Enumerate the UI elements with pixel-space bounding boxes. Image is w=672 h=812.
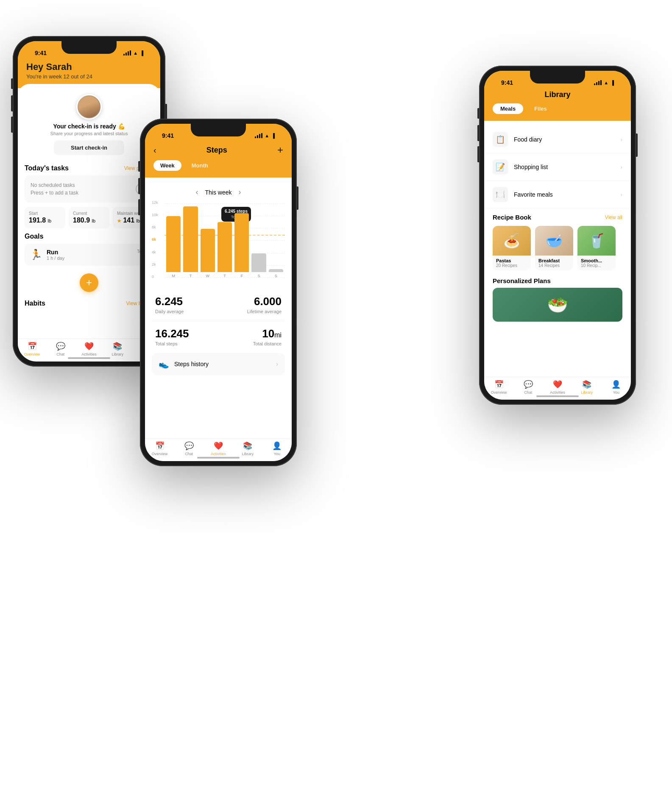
tasks-section-header: Today's tasks View planner bbox=[25, 164, 153, 172]
time: 9:41 bbox=[35, 50, 47, 56]
library-nav-library[interactable]: 📚 Library bbox=[572, 380, 602, 395]
smoothie-recipe-card[interactable]: 🥤 Smooth... 10 Recip... bbox=[577, 226, 616, 270]
lib-activities-icon: ❤️ bbox=[553, 380, 562, 389]
start-weight-value: 191.8 lb bbox=[29, 217, 61, 224]
home-indicator bbox=[68, 357, 110, 359]
volume-up-button[interactable] bbox=[11, 95, 13, 111]
checkin-title: Your check-in is ready 💪 bbox=[53, 123, 125, 130]
total-distance-stat: 10mi Total distance bbox=[253, 327, 282, 346]
status-icons: ▲ ▐ bbox=[123, 50, 143, 56]
lib-library-icon: 📚 bbox=[582, 380, 591, 389]
steps-nav-library[interactable]: 📚 Library bbox=[233, 441, 262, 456]
lib-silent-btn[interactable] bbox=[477, 108, 479, 119]
tasks-title: Today's tasks bbox=[25, 164, 69, 172]
nav-overview[interactable]: 📅 Overview bbox=[18, 342, 46, 356]
avatar bbox=[76, 94, 102, 120]
library-nav-chat[interactable]: 💬 Chat bbox=[513, 380, 543, 395]
week-tab[interactable]: Week bbox=[153, 160, 181, 171]
chat-nav-icon: 💬 bbox=[56, 342, 65, 351]
steps-nav-chat[interactable]: 💬 Chat bbox=[174, 441, 204, 456]
lib-chat-icon: 💬 bbox=[524, 380, 533, 389]
smoothie-recipe-image: 🥤 bbox=[577, 226, 616, 256]
steps-nav-overview[interactable]: 📅 Overview bbox=[145, 441, 174, 456]
food-diary-label: Food diary bbox=[514, 136, 614, 143]
month-tab[interactable]: Month bbox=[185, 160, 215, 171]
library-battery-icon: ▐ bbox=[611, 80, 614, 85]
breakfast-recipe-card[interactable]: 🥣 Breakfast 14 Recipes bbox=[535, 226, 573, 270]
habits-section: Habits View history bbox=[25, 300, 153, 307]
steps-time: 9:41 bbox=[162, 132, 174, 139]
steps-library-icon: 📚 bbox=[243, 441, 252, 450]
nav-chat[interactable]: 💬 Chat bbox=[46, 342, 75, 356]
library-nav-you[interactable]: 👤 You bbox=[602, 380, 631, 395]
library-wifi-icon: ▲ bbox=[604, 80, 608, 85]
library-title: Library bbox=[493, 90, 622, 99]
vol-down-btn[interactable] bbox=[138, 199, 140, 215]
files-tab[interactable]: Files bbox=[527, 103, 555, 114]
steps-chat-icon: 💬 bbox=[184, 441, 194, 450]
distance-value: 10mi bbox=[253, 327, 282, 340]
phone-steps: 9:41 ▲ ▐ ‹ Steps + Week bbox=[140, 119, 297, 466]
goals-header: Goals bbox=[25, 233, 153, 240]
steps-tabs: Week Month bbox=[153, 160, 283, 171]
personalized-plans-image[interactable]: 🥗 bbox=[493, 288, 622, 322]
steps-nav: ‹ Steps + bbox=[153, 144, 283, 156]
steps-you-icon: 👤 bbox=[272, 441, 282, 450]
steps-history-label: Steps history bbox=[174, 361, 271, 367]
prev-week-button[interactable]: ‹ bbox=[195, 188, 198, 197]
nav-activities[interactable]: ❤️ Activities bbox=[75, 342, 103, 356]
recipe-cards: 🍝 Pastas 20 Recipes 🥣 Breakfast 14 Recip… bbox=[493, 226, 622, 270]
back-button[interactable]: ‹ bbox=[153, 145, 156, 155]
steps-content: ‹ This week › 12k 10k 8k 6k 4k 2k 0 bbox=[145, 178, 292, 382]
bar-saturday: S bbox=[251, 203, 266, 278]
steps-nav-activities[interactable]: ❤️ Activities bbox=[204, 441, 233, 456]
bar-thursday: T bbox=[217, 203, 232, 278]
add-goal-button[interactable]: + bbox=[80, 273, 98, 292]
checkin-subtitle: Share your progress and latest status bbox=[50, 131, 128, 136]
breakfast-recipe-image: 🥣 bbox=[535, 226, 573, 256]
library-nav-overview[interactable]: 📅 Overview bbox=[484, 380, 513, 395]
overview-nav-icon: 📅 bbox=[28, 342, 37, 351]
tasks-empty: No scheduled tasks Press + to add a task bbox=[31, 181, 78, 197]
shopping-list-icon: 📝 bbox=[493, 159, 508, 175]
lib-power-btn[interactable] bbox=[636, 133, 638, 157]
library-time: 9:41 bbox=[501, 79, 513, 86]
steps-history-row[interactable]: 👟 Steps history › bbox=[152, 353, 285, 375]
silent-btn[interactable] bbox=[138, 161, 140, 172]
steps-overview-icon: 📅 bbox=[155, 441, 165, 450]
library-nav-activities[interactable]: ❤️ Activities bbox=[543, 380, 572, 395]
start-checkin-button[interactable]: Start check-in bbox=[54, 140, 124, 155]
shopping-list-chevron: › bbox=[620, 164, 622, 170]
shopping-list-item[interactable]: 📝 Shopping list › bbox=[484, 153, 631, 181]
favorite-meals-icon: 🍽️ bbox=[493, 187, 508, 202]
power-btn[interactable] bbox=[297, 186, 298, 210]
silent-button[interactable] bbox=[11, 78, 13, 89]
steps-status-icons: ▲ ▐ bbox=[255, 133, 275, 138]
pasta-recipe-card[interactable]: 🍝 Pastas 20 Recipes bbox=[493, 226, 531, 270]
stats-row-1: 6.245 Daily average 6.000 Lifetime avera… bbox=[152, 295, 285, 314]
volume-down-button[interactable] bbox=[11, 117, 13, 133]
total-steps-stat: 16.245 Total steps bbox=[155, 327, 189, 346]
steps-add-button[interactable]: + bbox=[277, 144, 283, 156]
nav-library[interactable]: 📚 Library bbox=[103, 342, 132, 356]
meals-tab[interactable]: Meals bbox=[493, 103, 523, 114]
next-week-button[interactable]: › bbox=[239, 188, 241, 197]
steps-notch bbox=[191, 124, 246, 136]
lib-vol-up-btn[interactable] bbox=[477, 125, 479, 141]
start-weight-card: Start 191.8 lb bbox=[25, 207, 65, 228]
week-nav: ‹ This week › bbox=[152, 188, 285, 197]
goals-section: Goals 🏃 Run 1 h / day Today 0 h + bbox=[25, 233, 153, 296]
favorite-meals-label: Favorite meals bbox=[514, 191, 614, 198]
personalized-plans-section: Personalized Plans 🥗 bbox=[484, 274, 631, 327]
steps-nav-you[interactable]: 👤 You bbox=[262, 441, 292, 456]
food-diary-item[interactable]: 📋 Food diary › bbox=[484, 126, 631, 153]
steps-bar-chart: 12k 10k 8k 6k 4k 2k 0 6.245 steps Today bbox=[152, 203, 285, 288]
lib-vol-down-btn[interactable] bbox=[477, 146, 479, 162]
vol-up-btn[interactable] bbox=[138, 178, 140, 194]
activities-nav-label: Activities bbox=[81, 352, 97, 356]
overview-nav-label: Overview bbox=[24, 352, 40, 356]
library-tabs: Meals Files bbox=[493, 103, 622, 114]
favorite-meals-item[interactable]: 🍽️ Favorite meals › bbox=[484, 181, 631, 209]
recipe-view-all-link[interactable]: View all bbox=[605, 214, 622, 220]
stats-row-2: 16.245 Total steps 10mi Total distance bbox=[152, 321, 285, 346]
